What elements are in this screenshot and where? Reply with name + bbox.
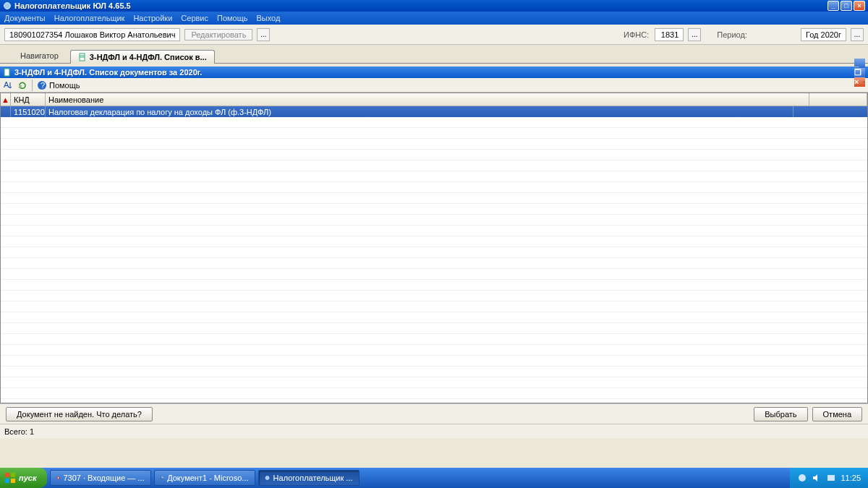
menu-documents[interactable]: Документы	[4, 14, 46, 22]
col-spacer	[809, 93, 867, 106]
period-label: Период:	[717, 30, 747, 39]
svg-point-14	[265, 476, 269, 479]
navigator-tab-active[interactable]: 3-НДФЛ и 4-НДФЛ. Список в...	[70, 50, 215, 64]
document-icon	[78, 53, 87, 61]
window-title: Налогоплательщик ЮЛ 4.65.5	[14, 1, 827, 10]
user-info-bar: 180901027354 Лошаков Виктор Анатольевич …	[0, 25, 868, 45]
svg-text:W: W	[161, 476, 164, 479]
app-icon	[3, 1, 12, 10]
menu-settings[interactable]: Настройки	[133, 14, 172, 22]
svg-point-11	[57, 477, 58, 479]
minimize-button[interactable]: _	[827, 1, 839, 11]
maximize-button[interactable]: □	[841, 1, 852, 11]
svg-text:?: ?	[41, 81, 45, 90]
svg-rect-16	[827, 475, 835, 481]
app-task-icon	[265, 473, 270, 483]
edit-button[interactable]: Редактировать	[184, 29, 252, 40]
tab-label: 3-НДФЛ и 4-НДФЛ. Список в...	[90, 53, 207, 61]
svg-point-15	[799, 474, 806, 481]
help-icon: ?	[37, 80, 47, 90]
menu-exit[interactable]: Выход	[257, 14, 281, 22]
sort-az-icon[interactable]: A	[3, 80, 13, 90]
task2-label: Документ1 - Microso...	[167, 474, 248, 482]
document-grid: ▲ КНД Наименование 1151020 Налоговая дек…	[0, 93, 868, 403]
menu-help[interactable]: Помощь	[217, 14, 248, 22]
navigator-label[interactable]: Навигатор	[13, 48, 66, 63]
grid-header: ▲ КНД Наименование	[1, 93, 867, 106]
cell-name: Налоговая декларация по налогу на доходы…	[46, 106, 793, 117]
taskbar-item-word[interactable]: W Документ1 - Microso...	[154, 470, 255, 486]
user-info: 180901027354 Лошаков Виктор Анатольевич	[4, 28, 180, 41]
ifns-label: ИФНС:	[624, 30, 649, 39]
system-tray: 11:25	[790, 468, 868, 488]
windows-logo-icon	[4, 472, 16, 484]
ifns-more-button[interactable]: ...	[688, 28, 701, 41]
bottom-bar: Документ не найден. Что делать? Выбрать …	[0, 403, 868, 424]
tray-icon-1[interactable]	[797, 473, 807, 483]
svg-text:A: A	[4, 80, 9, 89]
start-label: пуск	[19, 474, 37, 482]
main-titlebar: Налогоплательщик ЮЛ 4.65.5 _ □ ×	[0, 0, 868, 12]
tray-volume-icon[interactable]	[812, 473, 822, 483]
inner-doc-icon	[3, 68, 12, 77]
inner-titlebar: 3-НДФЛ и 4-НДФЛ. Список документов за 20…	[0, 67, 868, 78]
user-more-button[interactable]: ...	[257, 28, 270, 41]
col-knd[interactable]: КНД	[11, 93, 46, 106]
col-sort-indicator[interactable]: ▲	[1, 93, 11, 106]
tray-icon-3[interactable]	[826, 473, 836, 483]
select-button[interactable]: Выбрать	[754, 407, 807, 421]
help-label: Помощь	[49, 81, 80, 90]
word-icon: W	[161, 473, 164, 483]
ifns-value: 1831	[655, 28, 684, 41]
col-name[interactable]: Наименование	[46, 93, 809, 106]
refresh-icon[interactable]	[17, 80, 27, 90]
svg-rect-6	[5, 473, 9, 477]
status-bar: Всего: 1	[0, 424, 868, 438]
opera-icon	[56, 473, 60, 483]
inner-title: 3-НДФЛ и 4-НДФЛ. Список документов за 20…	[14, 68, 854, 77]
help-button[interactable]: ? Помощь	[37, 80, 80, 90]
close-button[interactable]: ×	[854, 1, 865, 11]
taskbar: пуск 7307 · Входящие — ... W Документ1 -…	[0, 468, 868, 488]
svg-rect-8	[5, 479, 9, 483]
svg-rect-7	[11, 473, 15, 477]
cell-knd: 1151020	[11, 106, 46, 117]
inner-toolbar: A ? Помощь ˇ	[0, 78, 868, 93]
menu-taxpayer[interactable]: Налогоплательщик	[54, 14, 125, 22]
task1-label: 7307 · Входящие — ...	[63, 474, 144, 482]
svg-point-0	[4, 3, 11, 9]
period-more-button[interactable]: ...	[851, 28, 864, 41]
task3-label: Налогоплательщик ...	[273, 474, 353, 482]
inner-minimize-button[interactable]: _	[854, 59, 865, 68]
status-total: Всего: 1	[4, 427, 34, 436]
svg-rect-2	[4, 69, 9, 76]
start-button[interactable]: пуск	[0, 468, 47, 488]
period-value: Год 2020г	[801, 28, 846, 41]
taskbar-item-opera[interactable]: 7307 · Входящие — ...	[50, 470, 151, 486]
cancel-button[interactable]: Отмена	[812, 407, 862, 421]
not-found-help-button[interactable]: Документ не найден. Что делать?	[6, 407, 153, 421]
clock[interactable]: 11:25	[841, 474, 861, 482]
inner-restore-button[interactable]: ❐	[854, 68, 865, 77]
table-row[interactable]: 1151020 Налоговая декларация по налогу н…	[1, 106, 867, 117]
navigator-row: Навигатор 3-НДФЛ и 4-НДФЛ. Список в...	[0, 45, 868, 64]
menubar: Документы Налогоплательщик Настройки Сер…	[0, 12, 868, 25]
svg-rect-9	[11, 479, 15, 483]
menu-service[interactable]: Сервис	[181, 14, 208, 22]
taskbar-item-app[interactable]: Налогоплательщик ...	[258, 470, 359, 486]
toolbar-chevron-icon[interactable]: ˇ	[863, 81, 865, 89]
